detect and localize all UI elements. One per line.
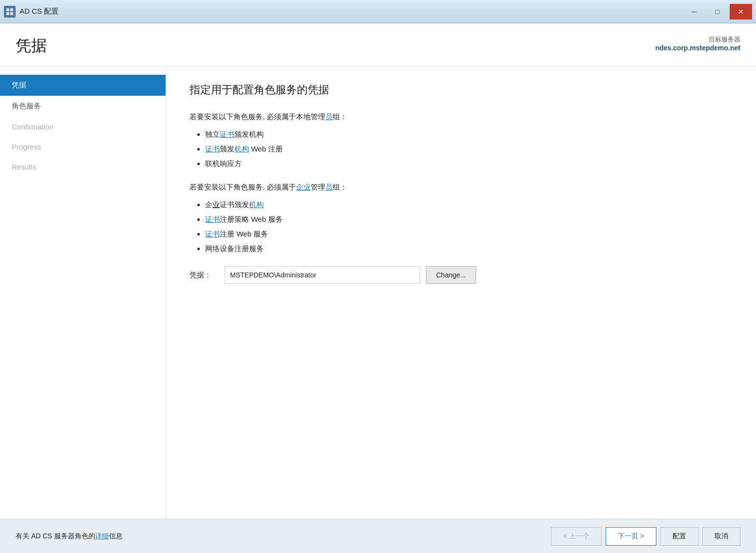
- main-window: 凭据 目标服务器 ndes.corp.mstepdemo.net 凭据 角色服务…: [0, 23, 756, 553]
- section1-desc: 若要安装以下角色服务, 必须属于本地管理员组：: [189, 111, 733, 123]
- cert-link3[interactable]: 证书: [205, 215, 220, 223]
- section2-desc: 若要安装以下角色服务, 必须属于企业管理员组：: [189, 181, 733, 193]
- change-button[interactable]: Change...: [426, 266, 476, 284]
- prev-button[interactable]: < 上一个: [551, 527, 602, 546]
- content-area: 凭据 角色服务 Confirmation Progress Results 指定…: [0, 67, 756, 519]
- app-icon: [4, 6, 16, 18]
- cert-link1[interactable]: 证书: [220, 130, 234, 138]
- sidebar-item-role-services[interactable]: 角色服务: [0, 96, 166, 117]
- section1-list: 独立证书颁发机构 证书颁发机构 Web 注册 联机响应方: [205, 128, 733, 170]
- sidebar-item-confirmation: Confirmation: [0, 117, 166, 137]
- footer-info: 有关 AD CS 服务器角色的详细信息: [16, 532, 123, 541]
- sidebar-item-results: Results: [0, 157, 166, 177]
- svg-rect-0: [6, 8, 9, 11]
- section2-list: 企业证书颁发机构 证书注册策略 Web 服务 证书注册 Web 服务 网络设备注…: [205, 199, 733, 255]
- next-button[interactable]: 下一页 >: [606, 527, 656, 546]
- titlebar-title: AD CS 配置: [20, 7, 59, 16]
- titlebar: AD CS 配置 ─ □ ✕: [0, 0, 756, 23]
- cert-link2[interactable]: 证书: [205, 145, 220, 153]
- list-item: 证书注册策略 Web 服务: [205, 213, 733, 225]
- cert-link4[interactable]: 证书: [205, 230, 220, 238]
- list-item: 联机响应方: [205, 158, 733, 170]
- svg-rect-2: [6, 12, 9, 15]
- configure-button[interactable]: 配置: [660, 527, 698, 546]
- cert-link2b[interactable]: 机构: [234, 145, 249, 153]
- svg-rect-1: [10, 8, 13, 11]
- section1-link[interactable]: 员: [325, 112, 333, 121]
- underline1: 业: [212, 200, 220, 209]
- credentials-label: 凭据：: [189, 271, 219, 280]
- main-panel: 指定用于配置角色服务的凭据 若要安装以下角色服务, 必须属于本地管理员组： 独立…: [166, 67, 756, 519]
- minimize-button[interactable]: ─: [683, 4, 705, 20]
- list-item: 证书颁发机构 Web 注册: [205, 143, 733, 155]
- footer: 有关 AD CS 服务器角色的详细信息 < 上一个 下一页 > 配置 取消: [0, 519, 756, 553]
- cancel-button[interactable]: 取消: [702, 527, 740, 546]
- enterprise-link[interactable]: 企业: [296, 183, 311, 191]
- footer-buttons: < 上一个 下一页 > 配置 取消: [551, 527, 740, 546]
- close-button[interactable]: ✕: [730, 4, 752, 20]
- titlebar-left: AD CS 配置: [4, 6, 59, 18]
- sidebar-item-credentials[interactable]: 凭据: [0, 75, 166, 96]
- server-label: 目标服务器: [655, 35, 740, 44]
- ca-link[interactable]: 机构: [249, 200, 264, 209]
- page-title: 凭据: [16, 35, 47, 57]
- list-item: 企业证书颁发机构: [205, 199, 733, 211]
- sidebar-item-progress: Progress: [0, 137, 166, 157]
- credentials-input[interactable]: [225, 266, 420, 284]
- server-info: 目标服务器 ndes.corp.mstepdemo.net: [655, 35, 740, 52]
- main-heading: 指定用于配置角色服务的凭据: [189, 83, 733, 97]
- detail-link[interactable]: 详细: [95, 532, 109, 540]
- list-item: 证书注册 Web 服务: [205, 228, 733, 240]
- sidebar: 凭据 角色服务 Confirmation Progress Results: [0, 67, 166, 519]
- server-name: ndes.corp.mstepdemo.net: [655, 44, 740, 52]
- list-item: 网络设备注册服务: [205, 243, 733, 255]
- member-link[interactable]: 员: [325, 183, 333, 191]
- header: 凭据 目标服务器 ndes.corp.mstepdemo.net: [0, 23, 756, 67]
- maximize-button[interactable]: □: [706, 4, 729, 20]
- svg-rect-3: [10, 12, 13, 15]
- credentials-row: 凭据： Change...: [189, 266, 733, 284]
- list-item: 独立证书颁发机构: [205, 128, 733, 140]
- titlebar-controls: ─ □ ✕: [683, 4, 752, 20]
